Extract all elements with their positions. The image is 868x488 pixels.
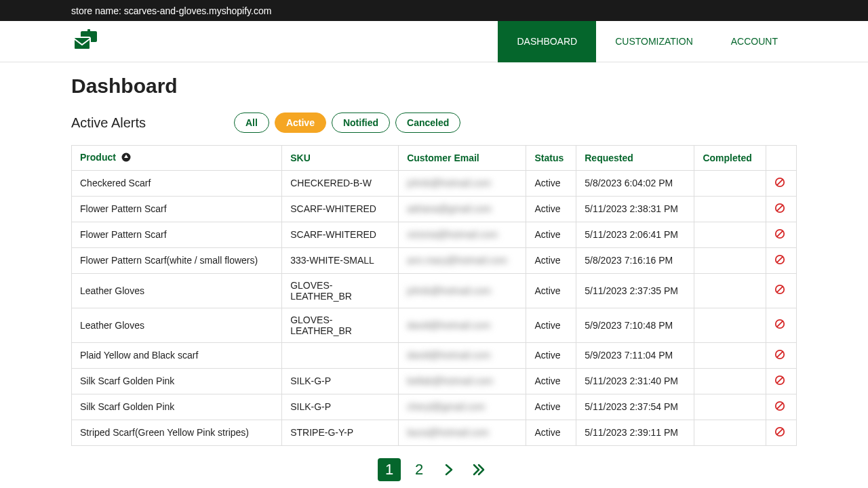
cell-email: bellab@hotmail.com xyxy=(399,368,526,394)
cancel-icon[interactable] xyxy=(774,375,785,386)
cell-email: adriana@gmail.com xyxy=(399,196,526,222)
table-row: Leather GlovesGLOVES-LEATHER_BRdavid@hot… xyxy=(72,308,797,342)
column-status[interactable]: Status xyxy=(526,146,576,171)
filter-active[interactable]: Active xyxy=(275,113,326,133)
cancel-icon[interactable] xyxy=(774,349,785,360)
cell-requested: 5/11/2023 2:37:35 PM xyxy=(576,273,694,308)
column-sku[interactable]: SKU xyxy=(282,146,399,171)
cell-status: Active xyxy=(526,420,576,445)
svg-line-9 xyxy=(777,230,783,237)
nav-account[interactable]: ACCOUNT xyxy=(712,21,797,62)
cell-status: Active xyxy=(526,222,576,247)
cell-email: laura@hotmail.com xyxy=(399,420,526,445)
page-last[interactable] xyxy=(467,458,490,481)
svg-line-7 xyxy=(777,205,783,211)
table-row: Silk Scarf Golden PinkSILK-G-Pcheryl@gma… xyxy=(72,394,797,420)
cancel-icon[interactable] xyxy=(774,203,785,214)
filter-notified[interactable]: Notified xyxy=(332,113,390,133)
svg-line-21 xyxy=(777,403,783,409)
cell-completed xyxy=(694,196,766,222)
cell-email: cheryl@gmail.com xyxy=(399,394,526,420)
cell-sku: SCARF-WHITERED xyxy=(282,222,399,247)
cancel-icon[interactable] xyxy=(774,401,785,411)
cell-status: Active xyxy=(526,368,576,394)
cell-product: Flower Pattern Scarf xyxy=(72,196,282,222)
table-row: Flower Pattern Scarf(white / small flowe… xyxy=(72,247,797,273)
filter-canceled[interactable]: Canceled xyxy=(395,113,460,133)
main-nav: DASHBOARD CUSTOMIZATION ACCOUNT xyxy=(498,21,797,62)
cell-status: Active xyxy=(526,342,576,368)
page-1[interactable]: 1 xyxy=(378,458,401,481)
cell-status: Active xyxy=(526,308,576,342)
sort-asc-icon xyxy=(121,152,131,164)
app-logo xyxy=(71,29,100,54)
section-title: Active Alerts xyxy=(71,115,234,131)
cell-sku: GLOVES-LEATHER_BR xyxy=(282,273,399,308)
cell-completed xyxy=(694,170,766,196)
page-next[interactable] xyxy=(437,458,460,481)
cell-sku: 333-WHITE-SMALL xyxy=(282,247,399,273)
cancel-icon[interactable] xyxy=(774,254,785,265)
cell-completed xyxy=(694,394,766,420)
cell-completed xyxy=(694,247,766,273)
store-name-text: store name: scarves-and-gloves.myshopify… xyxy=(71,5,271,16)
filter-all[interactable]: All xyxy=(234,113,269,133)
svg-line-23 xyxy=(777,428,783,434)
cell-status: Active xyxy=(526,273,576,308)
cell-product: Flower Pattern Scarf(white / small flowe… xyxy=(72,247,282,273)
cell-email: david@hotmail.com xyxy=(399,342,526,368)
cell-status: Active xyxy=(526,170,576,196)
cell-requested: 5/11/2023 2:06:41 PM xyxy=(576,222,694,247)
cancel-icon[interactable] xyxy=(774,228,785,239)
column-product[interactable]: Product xyxy=(72,146,282,171)
cell-product: Silk Scarf Golden Pink xyxy=(72,394,282,420)
cell-requested: 5/11/2023 2:31:40 PM xyxy=(576,368,694,394)
cancel-icon[interactable] xyxy=(774,426,785,437)
page-2[interactable]: 2 xyxy=(408,458,431,481)
table-row: Flower Pattern ScarfSCARF-WHITEREDvictor… xyxy=(72,222,797,247)
cell-requested: 5/9/2023 7:10:48 PM xyxy=(576,308,694,342)
nav-customization[interactable]: CUSTOMIZATION xyxy=(596,21,712,62)
cell-requested: 5/9/2023 7:11:04 PM xyxy=(576,342,694,368)
cell-sku: SCARF-WHITERED xyxy=(282,196,399,222)
cancel-icon[interactable] xyxy=(774,177,785,188)
cell-product: Flower Pattern Scarf xyxy=(72,222,282,247)
cell-status: Active xyxy=(526,247,576,273)
table-row: Plaid Yellow and Black scarfdavid@hotmai… xyxy=(72,342,797,368)
column-email[interactable]: Customer Email xyxy=(399,146,526,171)
cell-email: david@hotmail.com xyxy=(399,308,526,342)
cell-product: Checkered Scarf xyxy=(72,170,282,196)
cell-requested: 5/11/2023 2:37:54 PM xyxy=(576,394,694,420)
page-title: Dashboard xyxy=(71,75,797,98)
main-header: DASHBOARD CUSTOMIZATION ACCOUNT xyxy=(0,21,868,62)
svg-rect-1 xyxy=(87,29,90,33)
cell-sku: SILK-G-P xyxy=(282,394,399,420)
cell-sku: STRIPE-G-Y-P xyxy=(282,420,399,445)
top-bar: store name: scarves-and-gloves.myshopify… xyxy=(0,0,868,21)
cancel-icon[interactable] xyxy=(774,319,785,329)
cancel-icon[interactable] xyxy=(774,284,785,295)
cell-completed xyxy=(694,342,766,368)
alerts-table: Product SKU Customer Email Status Reques… xyxy=(71,145,797,446)
chevron-right-icon xyxy=(444,464,454,476)
cell-completed xyxy=(694,420,766,445)
cell-completed xyxy=(694,368,766,394)
table-row: Leather GlovesGLOVES-LEATHER_BRjohnb@hot… xyxy=(72,273,797,308)
cell-completed xyxy=(694,273,766,308)
cell-email: johnb@hotmail.com xyxy=(399,170,526,196)
column-requested[interactable]: Requested xyxy=(576,146,694,171)
cell-email: johnb@hotmail.com xyxy=(399,273,526,308)
cell-requested: 5/8/2023 6:04:02 PM xyxy=(576,170,694,196)
svg-line-15 xyxy=(777,321,783,327)
cell-sku: CHECKERED-B-W xyxy=(282,170,399,196)
logo-icon xyxy=(71,29,100,54)
svg-line-13 xyxy=(777,287,783,293)
cell-product: Leather Gloves xyxy=(72,273,282,308)
table-row: Silk Scarf Golden PinkSILK-G-Pbellab@hot… xyxy=(72,368,797,394)
cell-completed xyxy=(694,308,766,342)
cell-status: Active xyxy=(526,196,576,222)
column-completed[interactable]: Completed xyxy=(694,146,766,171)
cell-completed xyxy=(694,222,766,247)
cell-sku: GLOVES-LEATHER_BR xyxy=(282,308,399,342)
nav-dashboard[interactable]: DASHBOARD xyxy=(498,21,596,62)
